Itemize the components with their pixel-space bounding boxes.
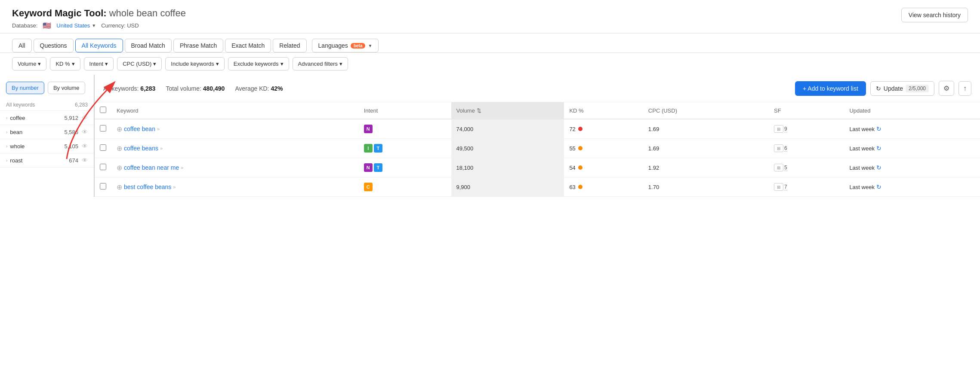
sort-by-volume-button[interactable]: By volume bbox=[48, 82, 85, 94]
advanced-filters[interactable]: Advanced filters ▾ bbox=[293, 57, 348, 70]
tabs-row: All Questions All Keywords Broad Match P… bbox=[12, 39, 968, 52]
cpc-cell: 1.70 bbox=[643, 177, 769, 197]
row-checkbox[interactable] bbox=[100, 144, 106, 151]
refresh-icon[interactable]: ↻ bbox=[875, 125, 881, 132]
select-all-checkbox[interactable] bbox=[100, 107, 106, 113]
kd-cell: 54 bbox=[564, 158, 643, 177]
sf-cell: ⊞5 bbox=[769, 158, 844, 177]
sidebar-count: 5,586 bbox=[64, 129, 78, 135]
add-keyword-icon[interactable]: ⊕ bbox=[117, 144, 122, 153]
database-selector[interactable]: United States ▼ bbox=[56, 22, 96, 29]
refresh-icon[interactable]: ↻ bbox=[875, 183, 881, 190]
expand-keyword-icon[interactable]: » bbox=[160, 146, 163, 151]
view-history-button[interactable]: View search history bbox=[901, 8, 968, 22]
add-keyword-icon[interactable]: ⊕ bbox=[117, 164, 122, 172]
keyword-cell: ⊕coffee bean » bbox=[111, 119, 359, 139]
row-checkbox[interactable] bbox=[100, 164, 106, 170]
currency-label: Currency: USD bbox=[101, 22, 139, 29]
kd-filter[interactable]: KD % ▾ bbox=[50, 57, 80, 70]
tab-related[interactable]: Related bbox=[273, 39, 306, 52]
keyword-link[interactable]: coffee bean near me bbox=[124, 164, 179, 171]
updated-text: Last week bbox=[849, 126, 875, 132]
chevron-right-icon: › bbox=[6, 116, 7, 120]
expand-keyword-icon[interactable]: » bbox=[173, 184, 176, 190]
sidebar-item-coffee[interactable]: › coffee 5,912 👁 bbox=[0, 111, 94, 125]
updated-cell: Last week ↻ bbox=[844, 139, 980, 158]
sidebar-item-left: › bean bbox=[6, 129, 22, 135]
kd-filter-label: KD % bbox=[55, 61, 70, 67]
intent-badge-N: N bbox=[364, 125, 373, 133]
tab-all-keywords[interactable]: All Keywords bbox=[75, 39, 123, 52]
keyword-link[interactable]: coffee beans bbox=[124, 145, 158, 152]
exclude-keywords-filter[interactable]: Exclude keywords ▾ bbox=[228, 57, 289, 70]
tab-phrase-match[interactable]: Phrase Match bbox=[173, 39, 223, 52]
kd-value: 72 bbox=[569, 126, 575, 132]
sidebar-item-bean[interactable]: › bean 5,586 👁 bbox=[0, 125, 94, 139]
updated-cell: Last week ↻ bbox=[844, 158, 980, 177]
settings-button[interactable]: ⚙ bbox=[939, 81, 954, 96]
sidebar-item-whole[interactable]: › whole 5,105 👁 bbox=[0, 139, 94, 153]
query-text: whole bean coffee bbox=[109, 8, 186, 18]
expand-keyword-icon[interactable]: » bbox=[157, 126, 160, 131]
kd-value: 63 bbox=[569, 184, 575, 190]
intent-badge-T: T bbox=[374, 163, 382, 172]
gear-icon: ⚙ bbox=[943, 85, 949, 92]
sort-by-number-button[interactable]: By number bbox=[6, 82, 44, 94]
tab-all[interactable]: All bbox=[12, 39, 32, 52]
cpc-cell: 1.69 bbox=[643, 119, 769, 139]
add-to-keyword-list-button[interactable]: + Add to keyword list bbox=[795, 81, 866, 96]
eye-icon[interactable]: 👁 bbox=[82, 128, 88, 135]
volume-cell: 9,900 bbox=[451, 177, 564, 197]
avg-kd-value: 42% bbox=[271, 85, 283, 92]
keyword-link[interactable]: coffee bean bbox=[124, 125, 155, 132]
languages-button[interactable]: Languages beta ▼ bbox=[312, 39, 379, 52]
sidebar-item-left: › roast bbox=[6, 157, 22, 164]
database-label: Database: bbox=[12, 22, 37, 29]
update-count: 2/5,000 bbox=[906, 85, 929, 92]
stats-left: All keywords: 6,283 Total volume: 480,49… bbox=[103, 85, 283, 92]
include-keywords-filter[interactable]: Include keywords ▾ bbox=[165, 57, 224, 70]
keyword-cell: ⊕coffee beans » bbox=[111, 139, 359, 158]
keyword-cell: ⊕coffee bean near me » bbox=[111, 158, 359, 177]
tab-exact-match[interactable]: Exact Match bbox=[225, 39, 271, 52]
kd-dot-orange bbox=[578, 146, 582, 150]
expand-keyword-icon[interactable]: » bbox=[181, 165, 183, 170]
volume-filter[interactable]: Volume ▾ bbox=[12, 57, 46, 70]
update-label: Update bbox=[884, 85, 903, 92]
keyword-link[interactable]: best coffee beans bbox=[124, 183, 171, 190]
cpc-filter[interactable]: CPC (USD) ▾ bbox=[117, 57, 162, 70]
th-volume[interactable]: Volume ⇅ bbox=[451, 102, 564, 119]
add-keyword-icon[interactable]: ⊕ bbox=[117, 125, 122, 133]
update-button[interactable]: ↻ Update 2/5,000 bbox=[870, 81, 934, 96]
eye-icon[interactable]: 👁 bbox=[82, 143, 88, 150]
table-row: ⊕coffee bean »N74,000721.69⊞9Last week ↻ bbox=[95, 119, 980, 139]
sidebar-item-left: › coffee bbox=[6, 115, 25, 121]
total-volume-stat: Total volume: 480,490 bbox=[166, 85, 225, 92]
sidebar-label: coffee bbox=[10, 115, 25, 121]
row-checkbox[interactable] bbox=[100, 125, 106, 131]
exclude-keywords-label: Exclude keywords bbox=[234, 61, 279, 67]
refresh-icon[interactable]: ↻ bbox=[875, 145, 881, 152]
th-cpc: CPC (USD) bbox=[643, 102, 769, 119]
tab-broad-match[interactable]: Broad Match bbox=[125, 39, 172, 52]
row-checkbox-cell bbox=[95, 139, 111, 158]
intent-filter[interactable]: Intent ▾ bbox=[84, 57, 114, 70]
row-checkbox[interactable] bbox=[100, 183, 106, 190]
sf-icon: ⊞ bbox=[774, 144, 783, 152]
updated-text: Last week bbox=[849, 145, 875, 152]
updated-cell: Last week ↻ bbox=[844, 119, 980, 139]
all-keywords-stat: All keywords: 6,283 bbox=[103, 85, 155, 92]
intent-badge-T: T bbox=[374, 144, 382, 153]
eye-icon[interactable]: 👁 bbox=[82, 157, 88, 164]
add-keyword-icon[interactable]: ⊕ bbox=[117, 183, 122, 191]
refresh-icon[interactable]: ↻ bbox=[875, 164, 881, 171]
sidebar-item-roast[interactable]: › roast 674 👁 bbox=[0, 153, 94, 168]
sidebar-sort-row: By number By volume bbox=[0, 82, 94, 99]
tab-questions[interactable]: Questions bbox=[34, 39, 74, 52]
intent-cell: IT bbox=[359, 139, 451, 158]
kd-cell: 72 bbox=[564, 119, 643, 139]
eye-icon[interactable]: 👁 bbox=[82, 114, 88, 121]
cpc-filter-label: CPC (USD) bbox=[123, 61, 151, 67]
chevron-down-icon: ▾ bbox=[216, 61, 219, 67]
export-button[interactable]: ↑ bbox=[958, 81, 971, 96]
